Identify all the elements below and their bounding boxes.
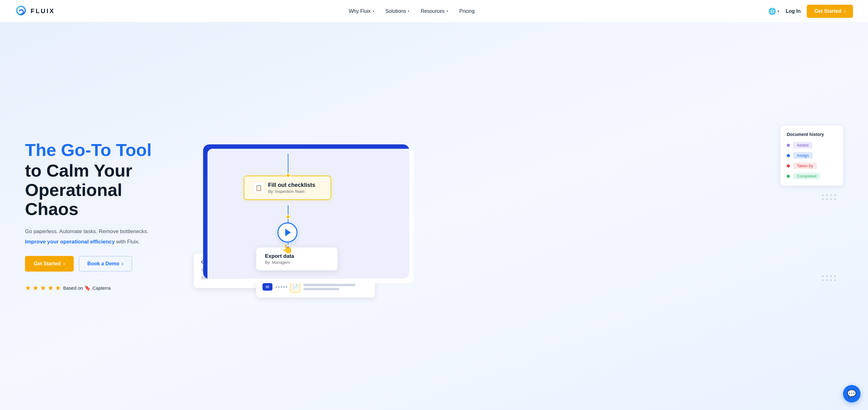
star-5: ★ <box>55 284 61 292</box>
nav-resources[interactable]: Resources ▾ <box>421 8 448 14</box>
task-subtitle: By: Inspection Team <box>268 189 315 194</box>
logo[interactable]: FLUIX <box>15 5 55 18</box>
dot-red-icon <box>787 164 790 167</box>
hero-buttons: Get Started › Book a Demo › <box>25 256 175 272</box>
star-3: ★ <box>40 284 46 292</box>
document-history-panel: Document history Added Assign Taken by C… <box>780 126 843 186</box>
export-task-title: Export data <box>265 253 294 259</box>
chat-fab-button[interactable]: 💬 <box>843 385 861 403</box>
nav-why-fluix[interactable]: Why Fluix ▾ <box>349 8 374 14</box>
grid-dots-right <box>822 194 837 201</box>
export-task-subtitle: By: Managers <box>265 260 294 265</box>
history-badge-added: Added <box>793 142 812 149</box>
dot-blue-icon <box>787 154 790 157</box>
star-2: ★ <box>32 284 39 292</box>
grid-dots-bottom-right <box>822 275 837 282</box>
nav-links: Why Fluix ▾ Solutions ▾ Resources ▾ Pric… <box>349 8 474 14</box>
dot-purple-icon <box>787 144 790 147</box>
chevron-down-icon: ▾ <box>777 9 779 13</box>
inbox-text-lines <box>303 284 369 290</box>
hero-section: The Go-To Tool to Calm Your Operational … <box>0 23 868 410</box>
task-header: 📋 Fill out checklists By: Inspection Tea… <box>253 182 322 194</box>
arrow-dots <box>276 286 287 288</box>
nav-right: 🌐 ▾ Log In Get Started › <box>768 5 853 18</box>
history-item-taken-by: Taken by <box>787 162 837 169</box>
login-button[interactable]: Log In <box>785 8 801 14</box>
task-info: Fill out checklists By: Inspection Team <box>268 182 315 194</box>
chevron-down-icon: ▾ <box>446 9 448 13</box>
chat-icon: 💬 <box>847 389 857 398</box>
task-title: Fill out checklists <box>268 182 315 188</box>
hero-title-dark: to Calm Your Operational Chaos <box>25 161 175 219</box>
history-item-assign: Assign <box>787 152 837 159</box>
history-badge-completed: Completed <box>793 173 820 179</box>
doc-history-items: Added Assign Taken by Completed <box>787 142 837 179</box>
star-rating: ★ ★ ★ ★ ★ <box>25 284 61 292</box>
play-button[interactable] <box>277 222 298 243</box>
fluix-logo-icon <box>15 5 28 18</box>
rating-text: Based on 🔖 Capterra <box>63 285 111 291</box>
email-icon: ✉ <box>262 283 273 291</box>
book-demo-button[interactable]: Book a Demo › <box>79 256 132 272</box>
inbox-text-line-2 <box>303 288 339 290</box>
logo-text: FLUIX <box>31 7 55 15</box>
history-badge-assign: Assign <box>793 152 813 159</box>
inbox-text-line-1 <box>303 284 355 286</box>
hero-subtitle-1: Go paperless. Automate tasks. Remove bot… <box>25 227 175 235</box>
hero-link[interactable]: Improve your operational efficiency <box>25 239 115 245</box>
v-line-mid <box>288 205 288 222</box>
history-badge-taken-by: Taken by <box>793 162 817 169</box>
star-4: ★ <box>48 284 54 292</box>
hero-subtitle-2: Improve your operational efficiency with… <box>25 238 175 246</box>
cursor-hand-icon: 👆 <box>281 243 293 255</box>
hero-title-blue: The Go-To Tool <box>25 140 175 160</box>
star-1: ★ <box>25 284 31 292</box>
connector-dot-bottom <box>286 215 290 219</box>
chevron-down-icon: ▾ <box>373 9 374 13</box>
v-line-top <box>288 154 288 173</box>
hero-illustration: Document history Added Assign Taken by C… <box>194 126 843 307</box>
dot-green-icon <box>787 175 790 178</box>
navbar: FLUIX Why Fluix ▾ Solutions ▾ Resources … <box>0 0 868 23</box>
nav-solutions[interactable]: Solutions ▾ <box>385 8 410 14</box>
nav-get-started-button[interactable]: Get Started › <box>807 5 853 18</box>
hero-content: The Go-To Tool to Calm Your Operational … <box>25 140 175 292</box>
globe-icon[interactable]: 🌐 ▾ <box>768 7 779 15</box>
nav-pricing[interactable]: Pricing <box>459 8 475 14</box>
get-started-button[interactable]: Get Started › <box>25 256 74 272</box>
play-triangle-icon <box>285 229 291 236</box>
checklist-icon: 📋 <box>253 182 264 193</box>
export-task-info: Export data By: Managers <box>265 253 294 265</box>
hero-rating: ★ ★ ★ ★ ★ Based on 🔖 Capterra <box>25 284 175 292</box>
doc-history-title: Document history <box>787 132 837 137</box>
connector-dot-top <box>286 173 290 178</box>
export-task-header: Export data By: Managers <box>265 253 329 265</box>
chevron-down-icon: ▾ <box>408 9 409 13</box>
task-export-card: Export data By: Managers <box>256 248 337 270</box>
capterra-icon: 🔖 <box>84 285 91 291</box>
task-checklist-card: 📋 Fill out checklists By: Inspection Tea… <box>244 176 331 200</box>
history-item-added: Added <box>787 142 837 149</box>
history-item-completed: Completed <box>787 173 837 179</box>
